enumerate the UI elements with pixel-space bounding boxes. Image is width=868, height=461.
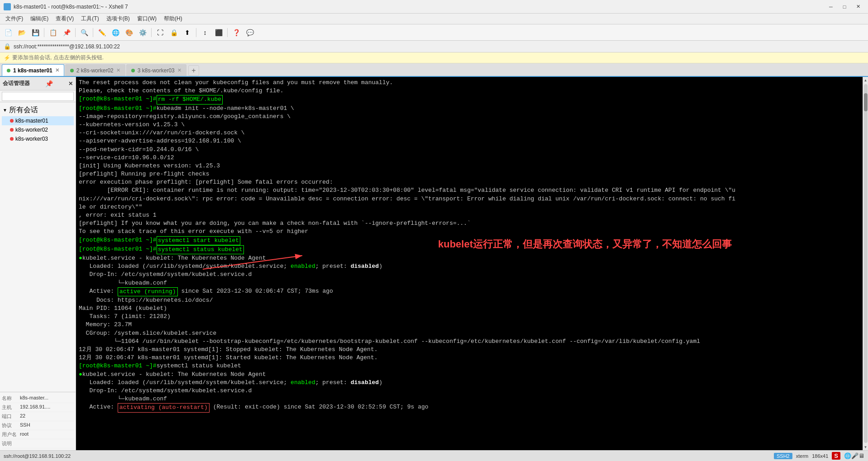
compose-button[interactable]: ✏️ [95,27,108,38]
terminal-button[interactable]: ⬛ [212,27,225,38]
terminal[interactable]: The reset process does not clean your ku… [76,77,863,450]
color-button[interactable]: 🎨 [123,27,135,38]
fullscreen-button[interactable]: ⛶ [154,27,167,38]
ssh-bar: 🔒 ssh://root:***************@192.168.91.… [0,41,868,52]
session-status-dot-1 [10,119,14,123]
terminal-line: Drop-In: /etc/systemd/system/kubelet.ser… [79,387,860,395]
toolbar-sep-6 [227,28,228,37]
scroll-thumb[interactable] [864,93,868,111]
menu-help[interactable]: 帮助(H) [160,14,186,24]
minimize-button[interactable]: ─ [825,2,837,11]
tab-3[interactable]: 3 k8s-worker03 ✕ [126,64,186,76]
terminal-line: [preflight] If you know what you are doi… [79,219,860,228]
menu-file[interactable]: 文件(F) [2,14,27,24]
upload-button[interactable]: ⬆ [181,27,194,38]
s-icon: S [832,452,840,460]
notice-bar: ⚡ 要添加当前会话, 点击左侧的箭头按钮. [0,52,868,63]
prop-user-value: root [20,431,29,438]
terminal-line: --apiserver-advertise-address=192.168.91… [79,137,860,145]
ssh-address: ssh://root:***************@192.168.91.10… [14,43,120,50]
notice-text: 要添加当前会话, 点击左侧的箭头按钮. [12,54,104,62]
tree-expand-icon: ▼ [3,108,7,113]
scroll-down-arrow[interactable]: ▼ [863,444,868,450]
prop-desc-label: 说明 [2,440,18,447]
terminal-line: To see the stack trace of this error exe… [79,228,860,236]
ssh2-badge: SSH2 [774,453,792,459]
maximize-button[interactable]: □ [838,2,851,11]
lock-button[interactable]: 🔒 [167,27,180,38]
prop-port: 端口 22 [2,412,74,421]
find-button[interactable]: 🔍 [78,27,91,38]
sidebar-item-worker02[interactable]: k8s-worker02 [2,125,74,134]
prop-host-value: 192.168.91.... [20,404,50,411]
tab-dot-1 [7,69,10,72]
sidebar-title: 会话管理器 [3,80,30,87]
sidebar-search [0,90,76,102]
menu-view[interactable]: 查看(V) [52,14,77,24]
terminal-line: --kubernetes-version v1.25.3 \ [79,121,860,129]
sidebar-item-worker03[interactable]: k8s-worker03 [2,134,74,143]
open-button[interactable]: 📂 [15,27,28,38]
terminal-wrapper: The reset process does not clean your ku… [76,77,863,450]
chat-button[interactable]: 💬 [243,27,256,38]
copy-button[interactable]: 📋 [47,27,59,38]
main-content: 会话管理器 📌 ✕ ▼ 所有会话 k8s-master01 k8s-worker… [0,77,868,450]
terminal-line: └─kubeadm.conf [79,279,860,287]
tab-label-2: 2 k8s-worker02 [76,67,114,74]
tab-close-2[interactable]: ✕ [116,67,120,73]
right-scrollbar[interactable]: ▲ ▼ [863,77,868,450]
connect-button[interactable]: 🌐 [109,27,122,38]
tab-1[interactable]: 1 k8s-master01 ✕ [2,64,64,76]
menu-window[interactable]: 窗口(W) [134,14,160,24]
help-button[interactable]: ❓ [230,27,243,38]
terminal-line: [root@k8s-master01 ~]# systemctl start k… [79,236,860,245]
terminal-line: Loaded: loaded (/usr/lib/systemd/system/… [79,262,860,271]
scroll-up-arrow[interactable]: ▲ [863,77,868,83]
status-icons: 🌐🎤🖥 [844,452,864,459]
menu-tools[interactable]: 工具(T) [77,14,102,24]
xterm-label: xterm [796,453,809,459]
terminal-line: Active: active (running) since Sat 2023-… [79,287,860,296]
menubar: 文件(F) 编辑(E) 查看(V) 工具(T) 选项卡(B) 窗口(W) 帮助(… [0,14,868,24]
terminal-line: ● kubelet.service - kubelet: The Kuberne… [79,254,860,262]
terminal-line: 12月 30 02:06:47 k8s-master01 systemd[1]:… [79,354,860,362]
terminal-line: [preflight] Running pre-flight checks [79,170,860,178]
menu-edit[interactable]: 编辑(E) [27,14,52,24]
close-button[interactable]: ✕ [852,2,864,11]
prop-proto-value: SSH [20,422,30,429]
sidebar-pin-icon[interactable]: 📌 [45,80,53,87]
toolbar-sep-1 [44,28,44,37]
tab-close-1[interactable]: ✕ [55,67,59,73]
session-label-1: k8s-master01 [15,118,48,124]
terminal-line: Active: activating (auto-restart) (Resul… [79,403,860,412]
terminal-line: Drop-In: /etc/systemd/system/kubelet.ser… [79,271,860,279]
sidebar-close-icon[interactable]: ✕ [68,81,73,87]
session-label-2: k8s-worker02 [15,127,48,133]
tab-2[interactable]: 2 k8s-worker02 ✕ [65,64,125,76]
toolbar-sep-4 [151,28,152,37]
tree-group-label: 所有会话 [9,105,38,115]
window-title: k8s-master01 - root@k8s-master01:~ - Xsh… [14,4,128,10]
lock-icon: 🔒 [4,43,11,50]
prop-name-value: k8s-master... [20,395,48,402]
session-status-dot-2 [10,128,14,132]
sidebar-item-master01[interactable]: k8s-master01 [2,116,74,125]
tree-group-all[interactable]: ▼ 所有会话 [2,104,74,116]
transfer-button[interactable]: ↕ [199,27,211,38]
paste-button[interactable]: 📌 [60,27,73,38]
tab-close-3[interactable]: ✕ [177,67,181,73]
settings-button[interactable]: ⚙️ [136,27,149,38]
titlebar: k8s-master01 - root@k8s-master01:~ - Xsh… [0,0,868,14]
resolution-label: 186x41 [812,453,828,459]
status-ssh-address: ssh://root@192.168.91.100:22 [4,453,71,459]
menu-tabs[interactable]: 选项卡(B) [103,14,134,24]
terminal-line: CGroup: /system.slice/kubelet.service [79,329,860,337]
new-session-button[interactable]: 📄 [2,27,14,38]
add-tab-button[interactable]: + [188,65,199,76]
titlebar-left: k8s-master01 - root@k8s-master01:~ - Xsh… [4,3,128,10]
save-button[interactable]: 💾 [29,27,42,38]
search-input[interactable] [2,92,74,101]
terminal-line: [root@k8s-master01 ~]# kubeadm init --no… [79,105,860,113]
terminal-line: └─kubeadm.conf [79,395,860,403]
terminal-line: --pod-network-cidr=10.244.0.0/16 \ [79,146,860,154]
